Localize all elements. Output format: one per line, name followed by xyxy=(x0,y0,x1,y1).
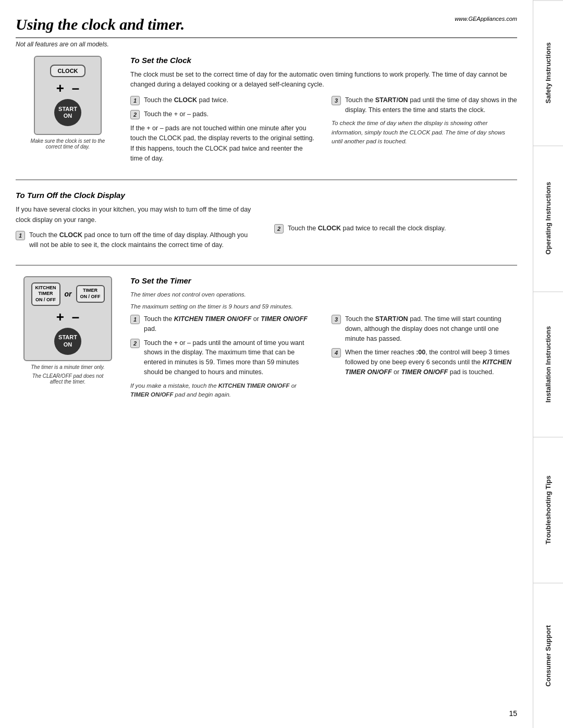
clock-middle-note: If the + or – pads are not touched withi… xyxy=(130,124,316,164)
kitchen-timer-button[interactable]: KITCHENTIMERON / OFF xyxy=(31,282,60,306)
step-number-1: 1 xyxy=(130,96,140,105)
sidebar-tab-operating[interactable]: Operating Instructions xyxy=(533,145,563,291)
timer-intro-italic1: The timer does not control oven operatio… xyxy=(130,290,517,299)
clock-step-1: 1 Touch the CLOCK pad twice. xyxy=(130,95,316,105)
clock-instructions: To Set the Clock The clock must be set t… xyxy=(120,56,517,169)
timer-buttons-row: KITCHENTIMERON / OFF or TIMERON / OFF xyxy=(31,282,105,306)
step-number-2: 2 xyxy=(130,110,140,119)
timer-panel-area: KITCHENTIMERON / OFF or TIMERON / OFF + … xyxy=(16,276,120,400)
sidebar-tabs: Safety Instructions Operating Instructio… xyxy=(533,0,563,728)
timer-intro-italic2: The maximum setting on the timer is 9 ho… xyxy=(130,302,517,311)
clock-section-title: To Set the Clock xyxy=(130,56,517,65)
page-header: Using the clock and timer. www.GEApplian… xyxy=(16,16,517,38)
timer-instructions: To Set the Timer The timer does not cont… xyxy=(120,276,517,400)
clock-panel-caption: Make sure the clock is set to the correc… xyxy=(26,138,109,150)
clock-step-3: 3 Touch the START/ON pad until the time … xyxy=(332,95,517,115)
page-title: Using the clock and timer. xyxy=(16,16,185,33)
clock-section: CLOCK + – START ON Make sure the clock i… xyxy=(16,56,517,180)
clock-display-right: 2 Touch the CLOCK pad twice to recall th… xyxy=(274,205,517,254)
clock-display-inner: If you have several clocks in your kitch… xyxy=(16,205,517,254)
clock-display-title: To Turn Off the Clock Display xyxy=(16,191,517,200)
timer-section: KITCHENTIMERON / OFF or TIMERON / OFF + … xyxy=(16,276,517,410)
step-number-3: 3 xyxy=(332,96,341,105)
clock-intro-text: The clock must be set to the correct tim… xyxy=(130,70,517,90)
timer-plus-minus: + – xyxy=(56,310,80,324)
clock-display-step-2: 2 Touch the CLOCK pad twice to recall th… xyxy=(274,224,517,233)
or-text: or xyxy=(65,290,72,298)
step-number-t4: 4 xyxy=(332,348,341,357)
clock-display-section: To Turn Off the Clock Display If you hav… xyxy=(16,191,517,265)
plus-minus-row: + – xyxy=(56,81,80,95)
step-number-cd2: 2 xyxy=(274,224,284,233)
step-1-text: Touch the CLOCK pad twice. xyxy=(144,95,228,105)
step-number-t1: 1 xyxy=(130,315,140,324)
timer-control-panel: KITCHENTIMERON / OFF or TIMERON / OFF + … xyxy=(23,276,112,361)
clock-panel-area: CLOCK + – START ON Make sure the clock i… xyxy=(16,56,120,169)
step-2-text: Touch the + or – pads. xyxy=(144,109,209,119)
step-cd1-text: Touch the CLOCK pad once to turn off the… xyxy=(29,230,259,250)
timer-minus-button[interactable]: – xyxy=(72,310,79,324)
timer-step-4: 4 When the timer reaches :00, the contro… xyxy=(332,348,517,377)
step-3-text: Touch the START/ON pad until the time of… xyxy=(345,95,517,115)
step-number-cd1: 1 xyxy=(16,231,25,240)
clock-display-intro: If you have several clocks in your kitch… xyxy=(16,205,259,225)
sidebar-tab-safety[interactable]: Safety Instructions xyxy=(533,0,563,145)
timer-step-1: 1 Touch the KITCHEN TIMER ON/OFF or TIME… xyxy=(130,314,316,334)
step-number-t2: 2 xyxy=(130,339,140,348)
clock-display-left: If you have several clocks in your kitch… xyxy=(16,205,259,254)
sidebar-tab-troubleshooting[interactable]: Troubleshooting Tips xyxy=(533,437,563,582)
website-url: www.GEAppliances.com xyxy=(455,16,517,22)
timer-section-title: To Set the Timer xyxy=(130,276,517,285)
start-on-button[interactable]: START ON xyxy=(54,99,81,126)
sidebar-tab-consumer[interactable]: Consumer Support xyxy=(533,583,563,728)
timer-step-2: 2 Touch the + or – pads until the amount… xyxy=(130,338,316,377)
sidebar: Safety Instructions Operating Instructio… xyxy=(533,0,563,728)
timer-mistake-note: If you make a mistake, touch the KITCHEN… xyxy=(130,381,316,400)
timer-plus-button[interactable]: + xyxy=(56,310,64,324)
step-t4-text: When the timer reaches :00, the control … xyxy=(345,348,517,377)
minus-button[interactable]: – xyxy=(72,81,79,95)
clock-bottom-note: To check the time of day when the displa… xyxy=(332,119,517,146)
plus-button[interactable]: + xyxy=(56,81,64,95)
step-t2-text: Touch the + or – pads until the amount o… xyxy=(144,338,316,377)
page-number: 15 xyxy=(509,709,517,718)
timer-caption2: The CLEAR/OFF pad does not affect the ti… xyxy=(26,373,109,385)
sidebar-tab-installation[interactable]: Installation Instructions xyxy=(533,291,563,437)
step-t1-text: Touch the KITCHEN TIMER ON/OFF or TIMER … xyxy=(144,314,316,334)
timer-step-3: 3 Touch the START/ON pad. The time will … xyxy=(332,314,517,343)
step-cd2-text: Touch the CLOCK pad twice to recall the … xyxy=(288,224,446,233)
timer-caption1: The timer is a minute timer only. xyxy=(31,364,105,370)
clock-button[interactable]: CLOCK xyxy=(50,65,85,77)
timer-start-on-button[interactable]: START ON xyxy=(54,328,81,355)
step-number-t3: 3 xyxy=(332,315,341,324)
clock-step-2: 2 Touch the + or – pads. xyxy=(130,109,316,119)
step-t3-text: Touch the START/ON pad. The time will st… xyxy=(345,314,517,343)
subtitle: Not all features are on all models. xyxy=(16,41,517,48)
clock-display-step-1: 1 Touch the CLOCK pad once to turn off t… xyxy=(16,230,259,250)
clock-control-panel: CLOCK + – START ON xyxy=(34,56,102,135)
timer-on-off-button[interactable]: TIMERON / OFF xyxy=(76,285,105,302)
